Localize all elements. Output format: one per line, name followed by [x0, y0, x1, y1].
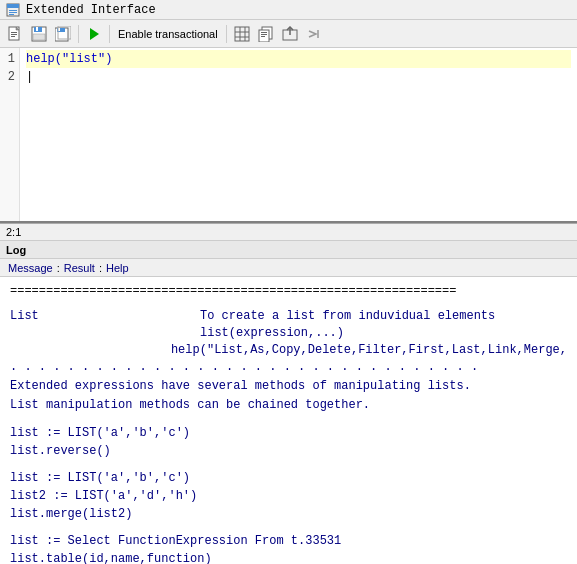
- copy-icon: [258, 26, 274, 42]
- log-code-2b: list2 := LIST('a','d','h'): [10, 488, 567, 505]
- grid-button[interactable]: [231, 23, 253, 45]
- svg-rect-28: [261, 36, 265, 37]
- toolbar-sep-2: [109, 25, 110, 43]
- cursor-position: 2:1: [6, 226, 21, 238]
- enable-transactional-button[interactable]: Enable transactional: [114, 26, 222, 42]
- log-text-1: Extended expressions have several method…: [10, 378, 567, 395]
- tab-help[interactable]: Help: [104, 262, 131, 274]
- svg-rect-9: [11, 36, 15, 37]
- toolbar-sep-1: [78, 25, 79, 43]
- forward-icon: [306, 26, 322, 42]
- svg-rect-3: [9, 12, 17, 13]
- new-button[interactable]: [4, 23, 26, 45]
- svg-rect-2: [9, 10, 17, 11]
- log-code-1a: list := LIST('a','b','c'): [10, 425, 567, 442]
- enable-transactional-label: Enable transactional: [118, 28, 218, 40]
- svg-rect-26: [261, 32, 267, 33]
- svg-marker-18: [90, 28, 99, 40]
- run-icon: [86, 26, 102, 42]
- run-button[interactable]: [83, 23, 105, 45]
- svg-rect-19: [235, 27, 249, 41]
- log-code-2a: list := LIST('a','b','c'): [10, 470, 567, 487]
- export-icon: [282, 26, 298, 42]
- log-value-list: To create a list from induvidual element…: [200, 308, 567, 325]
- toolbar: Enable transactional: [0, 20, 577, 48]
- log-label-list: List: [10, 308, 200, 325]
- line-number-2: 2: [4, 68, 15, 86]
- save-all-button[interactable]: [52, 23, 74, 45]
- editor-content: 1 2 help("list") |: [0, 48, 577, 221]
- window-icon: [6, 3, 20, 17]
- tab-sep-2: :: [97, 262, 104, 274]
- code-line-1: help("list"): [26, 50, 571, 68]
- log-row-list-help: help("List,As,Copy,Delete,Filter,First,L…: [10, 342, 567, 359]
- log-tabs: Message : Result : Help: [0, 259, 577, 277]
- save-icon: [31, 26, 47, 42]
- log-header-text: Log: [6, 244, 26, 256]
- tab-sep-1: :: [55, 262, 62, 274]
- svg-rect-4: [9, 14, 14, 15]
- toolbar-sep-3: [226, 25, 227, 43]
- code-text-1: help("list"): [26, 52, 112, 66]
- editor-area[interactable]: 1 2 help("list") |: [0, 48, 577, 223]
- grid-icon: [234, 26, 250, 42]
- new-icon: [7, 26, 23, 42]
- svg-rect-1: [7, 4, 19, 8]
- log-spacer-top: [10, 300, 567, 308]
- log-label-empty-2: [10, 342, 171, 359]
- svg-rect-8: [11, 34, 17, 35]
- log-value-list-expr: list(expression,...): [200, 325, 567, 342]
- log-code-1b: list.reverse(): [10, 443, 567, 460]
- line-number-1: 1: [4, 50, 15, 68]
- svg-rect-27: [261, 34, 267, 35]
- log-dots: . . . . . . . . . . . . . . . . . . . . …: [10, 359, 567, 376]
- cursor: |: [26, 70, 33, 84]
- log-text-2: List manipulation methods can be chained…: [10, 397, 567, 414]
- code-area[interactable]: help("list") |: [20, 48, 577, 221]
- log-content[interactable]: ========================================…: [0, 277, 577, 564]
- log-code-2c: list.merge(list2): [10, 506, 567, 523]
- log-row-list-expr: list(expression,...): [10, 325, 567, 342]
- save-button[interactable]: [28, 23, 50, 45]
- log-code-3a: list := Select FunctionExpression From t…: [10, 533, 567, 550]
- svg-rect-7: [11, 32, 17, 33]
- title-text: Extended Interface: [26, 3, 156, 17]
- code-line-2: |: [26, 68, 571, 86]
- tab-message[interactable]: Message: [6, 262, 55, 274]
- log-spacer-2: [10, 461, 567, 469]
- export-button[interactable]: [279, 23, 301, 45]
- log-value-list-help: help("List,As,Copy,Delete,Filter,First,L…: [171, 342, 567, 359]
- copy-button[interactable]: [255, 23, 277, 45]
- log-header: Log: [0, 241, 577, 259]
- log-row-list: List To create a list from induvidual el…: [10, 308, 567, 325]
- log-separator: ========================================…: [10, 283, 567, 300]
- log-spacer-3: [10, 524, 567, 532]
- line-numbers: 1 2: [0, 48, 20, 221]
- title-bar: Extended Interface: [0, 0, 577, 20]
- save-all-icon: [55, 26, 71, 42]
- svg-rect-13: [33, 34, 45, 40]
- log-code-3b: list.table(id,name,function): [10, 551, 567, 564]
- log-spacer-1: [10, 416, 567, 424]
- log-label-empty-1: [10, 325, 200, 342]
- tab-result[interactable]: Result: [62, 262, 97, 274]
- forward-button[interactable]: [303, 23, 325, 45]
- svg-rect-12: [36, 27, 38, 31]
- status-bar: 2:1: [0, 223, 577, 241]
